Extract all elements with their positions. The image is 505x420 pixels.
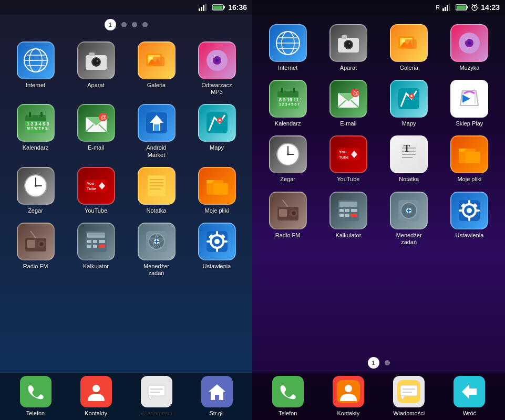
label-muzyka-right: Muzyka — [459, 65, 479, 71]
app-email-right[interactable]: @ E-mail — [318, 76, 378, 131]
svg-point-43 — [219, 119, 221, 121]
app-calendar-right[interactable]: 1 2 3 4 5 6 78 9 10 11 12 Kalendarz — [257, 76, 318, 131]
svg-line-67 — [30, 231, 36, 238]
app-camera-right[interactable]: Aparat — [318, 20, 378, 76]
label-youtube-right: YouTube — [337, 176, 359, 183]
svg-rect-195 — [459, 209, 463, 212]
svg-point-66 — [40, 243, 43, 245]
svg-point-21 — [149, 57, 152, 60]
app-notes-left[interactable]: Notatka — [126, 163, 187, 218]
svg-point-25 — [215, 59, 219, 62]
app-radio-right[interactable]: Radio FM — [257, 187, 318, 250]
svg-rect-183 — [345, 214, 349, 217]
svg-text:Tube: Tube — [339, 155, 349, 160]
dock-phone-left[interactable]: Telefon — [5, 376, 66, 417]
app-calc-left[interactable]: Kalkulator — [66, 218, 126, 281]
svg-rect-194 — [468, 217, 470, 221]
app-settings-left[interactable]: Ustawienia — [187, 218, 247, 281]
label-dock-sms-left: Wiadomości — [141, 410, 172, 417]
dock-contacts-right[interactable]: Kontakty — [318, 376, 378, 417]
svg-text:@: @ — [101, 114, 107, 120]
app-notatka-right[interactable]: T Notatka — [379, 131, 439, 187]
app-market-left[interactable]: Android Market — [126, 100, 187, 162]
svg-rect-72 — [99, 240, 105, 243]
svg-text:1 2 3 4 5 6 7: 1 2 3 4 5 6 7 — [279, 102, 300, 106]
label-youtube-left: YouTube — [85, 207, 107, 214]
app-calendar-left[interactable]: M T W T F S S1 2 3 4 5 6 7 Kalendarz — [5, 100, 66, 162]
svg-rect-1 — [201, 7, 202, 11]
svg-rect-6 — [213, 6, 223, 9]
svg-rect-182 — [339, 214, 344, 217]
label-settings-left: Ustawienia — [203, 263, 231, 270]
dock-contacts-left[interactable]: Kontakty — [66, 376, 126, 417]
svg-rect-203 — [400, 385, 417, 396]
label-dock-sms-right: Wiadomości — [393, 410, 425, 417]
dot-2-right — [385, 360, 390, 365]
label-calendar-right: Kalendarz — [275, 120, 301, 127]
app-settings-right[interactable]: Ustawienia — [439, 187, 500, 250]
svg-point-49 — [35, 185, 37, 187]
label-market-left: Android Market — [147, 144, 167, 158]
app-tasks-left[interactable]: Menedżer zadań — [126, 218, 187, 281]
svg-rect-193 — [468, 200, 470, 204]
app-internet-left[interactable]: Internet — [5, 37, 66, 100]
svg-rect-33 — [40, 112, 43, 117]
svg-rect-2 — [203, 5, 204, 11]
dock-left: Telefon Kontakty Wiadomości Str.gł. — [0, 373, 252, 420]
label-internet-right: Internet — [278, 65, 297, 71]
app-grid-left: Internet Aparat Galeria ♪ Odtwarzacz MP3… — [0, 35, 252, 373]
app-maps-right[interactable]: Mapy — [379, 76, 439, 131]
dot-2-left — [121, 22, 127, 27]
label-camera-left: Aparat — [87, 82, 104, 89]
app-muzyka-right[interactable]: ♪ Muzyka — [439, 20, 500, 76]
dot-active-left: 1 — [105, 19, 116, 30]
app-clock-right[interactable]: Zegar — [257, 131, 318, 187]
app-maps-left[interactable]: Mapy — [187, 100, 247, 162]
svg-rect-32 — [29, 112, 31, 117]
svg-rect-189 — [408, 208, 409, 213]
svg-rect-87 — [223, 240, 228, 243]
dock-sms-left[interactable]: Wiadomości — [126, 376, 187, 417]
svg-rect-57 — [150, 182, 163, 183]
app-youtube-left[interactable]: YouTube YouTube — [66, 163, 126, 218]
app-email-left[interactable]: @ E-mail — [66, 100, 126, 162]
label-files-right: Moje pliki — [457, 176, 481, 183]
app-internet-right[interactable]: Internet — [257, 20, 318, 76]
app-sklep-right[interactable]: ▶▶ Sklep Play — [439, 76, 500, 131]
label-camera-right: Aparat — [340, 65, 357, 71]
svg-point-130 — [468, 41, 471, 45]
label-radio-right: Radio FM — [275, 232, 301, 239]
label-tasks-right: Menedżer zadań — [396, 232, 422, 246]
app-files-right[interactable]: Moje pliki — [439, 131, 500, 187]
svg-rect-122 — [342, 35, 347, 39]
svg-point-157 — [287, 153, 289, 155]
svg-point-16 — [96, 60, 98, 62]
app-gallery-left[interactable]: Galeria — [126, 37, 187, 100]
label-dock-phone-right: Telefon — [279, 410, 297, 417]
dock-phone-right[interactable]: Telefon — [257, 376, 318, 417]
signal-icon-right — [442, 4, 453, 11]
svg-rect-73 — [87, 245, 91, 248]
app-camera-left[interactable]: Aparat — [66, 37, 126, 100]
app-tasks-right[interactable]: Menedżer zadań — [379, 187, 439, 250]
svg-rect-100 — [442, 8, 444, 11]
app-files-left[interactable]: Moje pliki — [187, 163, 247, 218]
svg-rect-90 — [24, 380, 47, 403]
r-signal: R — [436, 4, 440, 10]
app-gallery-right[interactable]: Galeria — [379, 20, 439, 76]
svg-rect-102 — [447, 5, 448, 11]
svg-text:♪: ♪ — [466, 36, 468, 41]
dock-home-left[interactable]: Str.gł. — [187, 376, 247, 417]
dock-back-right[interactable]: Wróć — [439, 376, 500, 417]
app-radio-left[interactable]: Radio FM — [5, 218, 66, 281]
svg-rect-84 — [216, 231, 218, 235]
battery-icon-left — [212, 4, 225, 11]
app-youtube-right[interactable]: YouTube YouTube — [318, 131, 378, 187]
app-clock-left[interactable]: Zegar — [5, 163, 66, 218]
svg-rect-85 — [216, 248, 218, 252]
svg-rect-106 — [457, 6, 466, 9]
svg-rect-181 — [351, 209, 357, 212]
dock-sms-right[interactable]: Wiadomości — [379, 376, 439, 417]
app-mp3-left[interactable]: ♪ Odtwarzacz MP3 — [187, 37, 247, 100]
app-calc-right[interactable]: Kalkulator — [318, 187, 378, 250]
